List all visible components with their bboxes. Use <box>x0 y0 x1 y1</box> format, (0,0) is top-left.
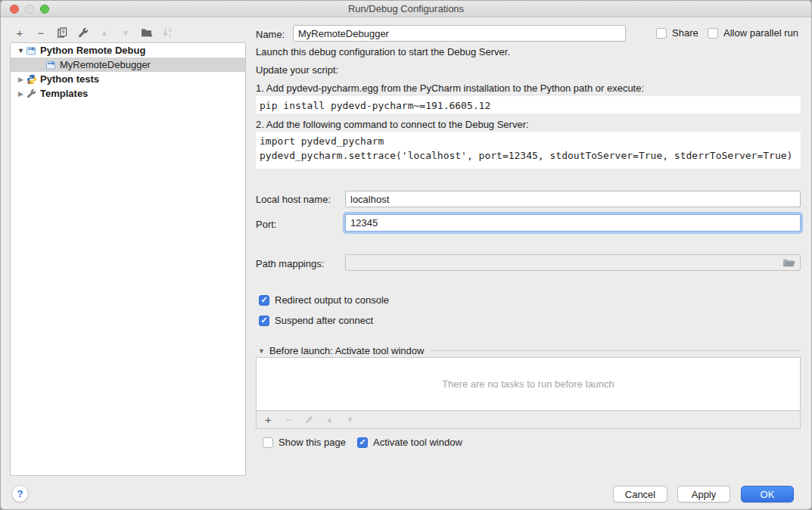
redirect-output-checkbox[interactable]: ✓ <box>259 295 269 306</box>
task-list-toolbar: + − ▲ ▼ <box>256 410 801 429</box>
apply-button[interactable]: Apply <box>677 486 730 502</box>
tree-item-label: Python tests <box>40 73 99 85</box>
path-mappings-label: Path mappings: <box>256 258 324 269</box>
empty-task-list-text: There are no tasks to run before launch <box>442 378 614 390</box>
port-input[interactable] <box>345 214 801 232</box>
copy-configuration-icon[interactable] <box>56 26 68 39</box>
activate-tool-window-checkbox-row[interactable]: ✓ Activate tool window <box>357 437 462 448</box>
chevron-collapsed-icon[interactable]: ▶ <box>17 76 25 83</box>
before-launch-task-list[interactable]: There are no tasks to run before launch <box>256 357 801 411</box>
move-up-icon: ▲ <box>98 26 110 39</box>
tree-item-myremotedebugger[interactable]: MyRemoteDebugger <box>11 58 245 72</box>
add-configuration-icon[interactable]: + <box>14 26 26 39</box>
run-debug-configurations-dialog: Run/Debug Configurations + − ▲ ▼ az ▼ Py… <box>0 0 812 510</box>
show-this-page-label: Show this page <box>278 437 346 448</box>
edit-task-pencil-icon <box>303 414 315 426</box>
name-label: Name: <box>256 29 285 40</box>
run-config-icon <box>26 45 38 56</box>
section-rule <box>431 350 801 351</box>
suspend-after-connect-label: Suspend after connect <box>275 315 373 326</box>
redirect-output-checkbox-row[interactable]: ✓ Redirect output to console <box>259 294 389 306</box>
suspend-after-connect-checkbox[interactable]: ✓ <box>259 316 269 326</box>
share-label: Share <box>672 27 698 39</box>
instruction-line-2: Update your script: <box>256 64 338 76</box>
tree-item-label: Templates <box>40 88 88 99</box>
instruction-step-2: 2. Add the following command to connect … <box>256 119 529 130</box>
allow-parallel-run-checkbox-row[interactable]: Allow parallel run <box>708 27 798 39</box>
new-folder-icon[interactable] <box>141 26 153 39</box>
move-task-up-icon: ▲ <box>324 414 335 426</box>
ok-button[interactable]: OK <box>741 486 794 502</box>
help-question-glyph: ? <box>17 488 23 499</box>
settrace-code-block: import pydevd_pycharm pydevd_pycharm.set… <box>256 132 801 169</box>
suspend-after-connect-checkbox-row[interactable]: ✓ Suspend after connect <box>259 315 373 326</box>
tree-item-label: Python Remote Debug <box>40 45 145 56</box>
show-this-page-checkbox[interactable] <box>263 437 273 448</box>
instruction-line-1: Launch this debug configuration to start… <box>256 46 510 58</box>
settrace-code-line-2: pydevd_pycharm.settrace('localhost', por… <box>260 150 792 161</box>
add-task-icon[interactable]: + <box>263 414 274 426</box>
port-label: Port: <box>256 219 276 230</box>
templates-wrench-icon <box>26 89 38 99</box>
local-host-name-label: Local host name: <box>256 194 331 205</box>
sort-configurations-icon: az <box>162 26 174 39</box>
share-checkbox[interactable] <box>656 28 667 39</box>
activate-tool-window-label: Activate tool window <box>373 437 462 448</box>
section-collapse-icon[interactable]: ▼ <box>258 347 265 355</box>
allow-parallel-run-label: Allow parallel run <box>723 27 798 39</box>
edit-defaults-wrench-icon[interactable] <box>77 26 89 39</box>
run-config-icon <box>46 60 58 70</box>
allow-parallel-run-checkbox[interactable] <box>708 28 718 39</box>
window-title: Run/Debug Configurations <box>1 3 811 14</box>
before-launch-section-header[interactable]: ▼ Before launch: Activate tool window <box>258 345 801 356</box>
settrace-code-line-1: import pydevd_pycharm <box>260 135 384 147</box>
chevron-expanded-icon[interactable]: ▼ <box>17 47 25 54</box>
move-down-icon: ▼ <box>120 26 132 39</box>
pip-install-code: pip install pydevd-pycharm~=191.6605.12 <box>256 96 801 114</box>
chevron-collapsed-icon[interactable]: ▶ <box>17 90 25 98</box>
configurations-toolbar: + − ▲ ▼ az <box>14 25 174 40</box>
tree-item-templates[interactable]: ▶ Templates <box>11 86 245 101</box>
redirect-output-label: Redirect output to console <box>275 294 389 306</box>
tree-item-python-remote-debug[interactable]: ▼ Python Remote Debug <box>11 43 245 58</box>
path-mappings-field[interactable] <box>345 254 801 271</box>
remove-configuration-icon[interactable]: − <box>35 26 47 39</box>
svg-text:z: z <box>169 33 171 38</box>
tree-item-label: MyRemoteDebugger <box>60 59 151 70</box>
move-task-down-icon: ▼ <box>344 414 356 426</box>
share-checkbox-row[interactable]: Share <box>656 27 698 39</box>
titlebar: Run/Debug Configurations <box>1 1 811 17</box>
cancel-button[interactable]: Cancel <box>613 486 667 502</box>
tree-item-python-tests[interactable]: ▶ Python tests <box>11 72 245 86</box>
show-this-page-checkbox-row[interactable]: Show this page <box>263 437 346 448</box>
before-launch-label: Before launch: Activate tool window <box>269 345 425 356</box>
activate-tool-window-checkbox[interactable]: ✓ <box>357 437 368 448</box>
local-host-name-input[interactable] <box>345 191 801 207</box>
configurations-tree: ▼ Python Remote Debug MyRemoteDebugger ▶… <box>10 42 246 476</box>
instruction-step-1: 1. Add pydevd-pycharm.egg from the PyCha… <box>256 82 644 94</box>
python-tests-icon <box>26 74 38 85</box>
remove-task-icon: − <box>283 414 294 426</box>
name-input[interactable] <box>293 25 626 42</box>
browse-folder-icon[interactable] <box>782 258 795 268</box>
help-button[interactable]: ? <box>11 485 29 502</box>
